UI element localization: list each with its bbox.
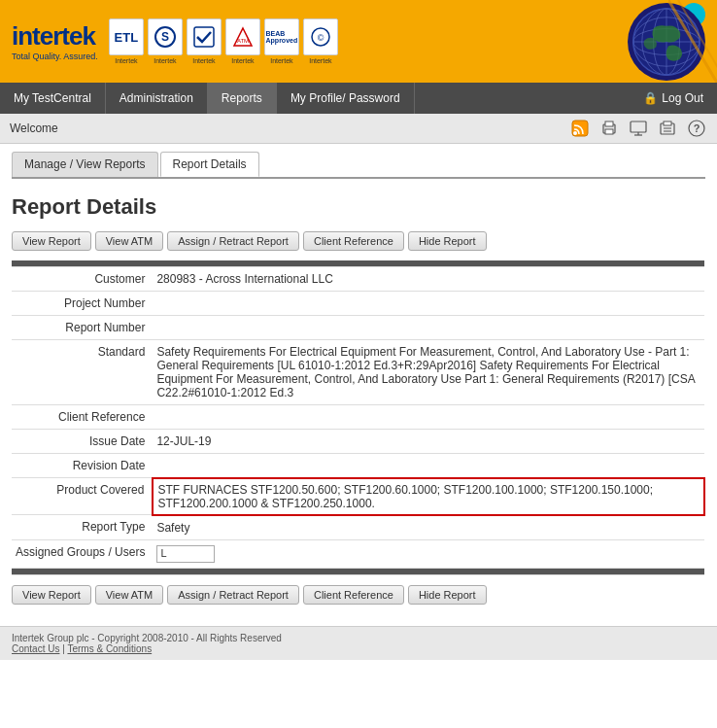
table-row: Report Number [12, 316, 704, 340]
table-row: Customer 280983 - Across International L… [12, 267, 704, 292]
product-covered-value: STF FURNACES STF1200.50.600; STF1200.60.… [153, 478, 704, 515]
client-reference-button-bottom[interactable]: Client Reference [303, 585, 404, 605]
table-row: Standard Safety Requirements For Electri… [12, 340, 704, 405]
nav-administration[interactable]: Administration [106, 83, 208, 114]
footer-copyright: Intertek Group plc - Copyright 2008-2010… [12, 633, 705, 643]
svg-text:S: S [161, 30, 169, 44]
tab-report-details[interactable]: Report Details [160, 152, 259, 177]
assign-retract-button-bottom[interactable]: Assign / Retract Report [167, 585, 299, 605]
issue-date-label: Issue Date [12, 430, 153, 454]
footer: Intertek Group plc - Copyright 2008-2010… [0, 626, 717, 660]
nav-reports[interactable]: Reports [208, 83, 277, 114]
logo-tagline: Total Quality. Assured. [12, 52, 98, 61]
hide-report-button-bottom[interactable]: Hide Report [408, 585, 487, 605]
action-buttons-bottom: View Report View ATM Assign / Retract Re… [12, 585, 705, 605]
svg-line-15 [668, 0, 717, 83]
lock-icon: 🔒 [643, 91, 658, 105]
report-number-value [153, 316, 704, 340]
svg-text:ATM: ATM [237, 38, 249, 44]
table-row: Issue Date 12-JUL-19 [12, 430, 704, 454]
svg-text:?: ? [694, 122, 700, 134]
view-atm-button-top[interactable]: View ATM [95, 231, 164, 251]
logo-text: intertek [12, 21, 98, 52]
nav-profile[interactable]: My Profile/ Password [277, 83, 415, 114]
svg-rect-26 [664, 121, 671, 125]
project-number-value [153, 292, 704, 316]
revision-date-value [153, 454, 704, 478]
tab-underline [12, 177, 705, 179]
hide-report-button-top[interactable]: Hide Report [408, 231, 487, 251]
table-row: Report Type Safety [12, 515, 704, 540]
tab-manage-view-reports[interactable]: Manage / View Reports [12, 152, 158, 177]
cert-beab: BEABApproved Intertek [263, 18, 300, 64]
tabs: Manage / View Reports Report Details [12, 152, 705, 177]
view-report-button-bottom[interactable]: View Report [12, 585, 91, 605]
table-row: Product Covered STF FURNACES STF1200.50.… [12, 478, 704, 515]
project-number-label: Project Number [12, 292, 153, 316]
welcome-text: Welcome [10, 121, 58, 135]
header: intertek Total Quality. Assured. ETL Int… [0, 0, 717, 83]
footer-contact-link[interactable]: Contact Us [12, 643, 59, 654]
customer-label: Customer [12, 267, 153, 292]
table-row: Client Reference [12, 405, 704, 430]
svg-text:©: © [318, 33, 324, 43]
details-table: Customer 280983 - Across International L… [12, 260, 705, 575]
footer-links: Contact Us | Terms & Conditions [12, 643, 705, 654]
customer-value: 280983 - Across International LLC [153, 267, 704, 292]
svg-rect-22 [631, 121, 646, 132]
help-icon[interactable]: ? [686, 118, 707, 139]
assign-retract-button-top[interactable]: Assign / Retract Report [167, 231, 299, 251]
view-atm-button-bottom[interactable]: View ATM [95, 585, 164, 605]
fax-icon[interactable] [657, 118, 678, 139]
report-type-label: Report Type [12, 515, 153, 540]
cert-atm: ATM Intertek [224, 18, 261, 64]
monitor-icon[interactable] [628, 118, 649, 139]
print-icon[interactable] [598, 118, 620, 139]
rss-icon[interactable] [569, 118, 591, 139]
cert-s: S Intertek [147, 18, 184, 64]
report-type-value: Safety [153, 515, 704, 540]
cert-ce: © Intertek [302, 18, 339, 64]
client-reference-label: Client Reference [12, 405, 153, 430]
action-buttons-top: View Report View ATM Assign / Retract Re… [12, 231, 705, 251]
cert-check: Intertek [186, 18, 222, 64]
nav-logout[interactable]: 🔒 Log Out [630, 83, 717, 114]
client-reference-button-top[interactable]: Client Reference [303, 231, 404, 251]
navbar: My TestCentral Administration Reports My… [0, 83, 717, 114]
table-row: Assigned Groups / Users L [12, 539, 704, 568]
client-reference-value [153, 405, 704, 430]
cert-badges: ETL Intertek S Intertek Intertek [108, 18, 339, 64]
table-row: Project Number [12, 292, 704, 316]
cert-etl: ETL Intertek [108, 18, 145, 64]
main-content: Manage / View Reports Report Details Rep… [0, 144, 717, 626]
assigned-groups-label: Assigned Groups / Users [12, 539, 153, 568]
issue-date-value: 12-JUL-19 [153, 430, 704, 454]
table-row: Revision Date [12, 454, 704, 478]
svg-rect-20 [605, 121, 613, 126]
nav-mytestcentral[interactable]: My TestCentral [0, 83, 106, 114]
logo: intertek Total Quality. Assured. [12, 21, 98, 61]
toolbar-icons: ? [569, 118, 707, 139]
table-footer-row [12, 568, 704, 574]
view-report-button-top[interactable]: View Report [12, 231, 91, 251]
report-number-label: Report Number [12, 316, 153, 340]
svg-point-18 [573, 131, 577, 135]
svg-rect-21 [605, 129, 613, 134]
footer-terms-link[interactable]: Terms & Conditions [67, 643, 152, 654]
standard-value: Safety Requirements For Electrical Equip… [153, 340, 704, 405]
standard-label: Standard [12, 340, 153, 405]
revision-date-label: Revision Date [12, 454, 153, 478]
assigned-groups-value: L [153, 539, 704, 568]
welcome-bar: Welcome [0, 114, 717, 144]
product-covered-label: Product Covered [12, 478, 153, 515]
page-title: Report Details [12, 191, 705, 220]
